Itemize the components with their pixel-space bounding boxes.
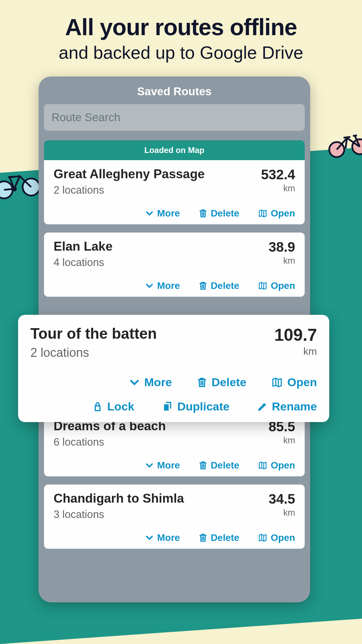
headline-sub: and backed up to Google Drive (0, 42, 362, 63)
more-button[interactable]: More (145, 532, 180, 543)
delete-button[interactable]: Delete (199, 280, 239, 291)
route-locations: 3 locations (54, 508, 184, 521)
headline-bold: All your routes offline (0, 14, 362, 40)
duplicate-icon (162, 401, 173, 412)
pencil-icon (258, 402, 267, 411)
route-locations: 2 locations (30, 346, 157, 360)
more-button[interactable]: More (145, 460, 180, 471)
open-button[interactable]: Open (258, 460, 295, 471)
open-label: Open (271, 208, 295, 219)
delete-label: Delete (211, 460, 239, 471)
search-input[interactable]: Route Search (44, 104, 305, 131)
route-name: Chandigarh to Shimla (54, 491, 184, 506)
trash-icon (197, 377, 207, 388)
map-icon (272, 377, 283, 388)
delete-label: Delete (212, 376, 246, 389)
route-name: Elan Lake (54, 239, 113, 254)
more-button[interactable]: More (129, 376, 172, 389)
trash-icon (199, 461, 207, 470)
more-label: More (157, 280, 180, 291)
map-icon (258, 461, 267, 470)
route-distance: 38.9 (269, 239, 295, 255)
trash-icon (199, 281, 207, 290)
route-unit: km (261, 183, 295, 194)
chevron-down-icon (145, 461, 154, 470)
route-card: Great Allegheny Passage 2 locations 532.… (44, 160, 305, 224)
svg-point-2 (12, 187, 16, 191)
route-locations: 6 locations (54, 436, 166, 448)
rename-label: Rename (272, 400, 317, 413)
bicycle-icon (0, 166, 42, 201)
route-card: Elan Lake 4 locations 38.9 km More Delet… (44, 233, 305, 297)
route-distance: 109.7 (274, 325, 317, 345)
more-button[interactable]: More (145, 208, 180, 219)
open-button[interactable]: Open (258, 208, 295, 219)
delete-label: Delete (211, 208, 239, 219)
route-name: Great Allegheny Passage (54, 167, 205, 181)
more-label: More (157, 208, 180, 219)
route-locations: 2 locations (54, 184, 205, 196)
more-label: More (157, 532, 180, 543)
route-unit: km (274, 346, 317, 357)
open-label: Open (287, 376, 317, 389)
delete-label: Delete (211, 280, 239, 291)
lock-icon (93, 401, 102, 412)
route-unit: km (269, 255, 295, 266)
map-icon (258, 533, 267, 542)
open-label: Open (271, 532, 295, 543)
map-icon (258, 209, 267, 218)
delete-button[interactable]: Delete (199, 208, 239, 219)
open-label: Open (271, 460, 295, 471)
open-button[interactable]: Open (258, 532, 295, 543)
route-unit: km (269, 435, 295, 446)
route-locations: 4 locations (54, 256, 113, 269)
trash-icon (199, 533, 207, 542)
delete-label: Delete (211, 532, 239, 543)
more-label: More (144, 376, 172, 389)
duplicate-button[interactable]: Duplicate (162, 400, 230, 413)
map-icon (258, 281, 267, 290)
chevron-down-icon (145, 209, 154, 218)
open-button[interactable]: Open (272, 376, 317, 389)
bicycle-icon (326, 127, 362, 159)
route-unit: km (269, 507, 295, 518)
delete-button[interactable]: Delete (199, 532, 239, 543)
route-name: Tour of the batten (30, 325, 157, 342)
trash-icon (199, 209, 207, 218)
lock-label: Lock (107, 400, 134, 413)
open-label: Open (271, 280, 295, 291)
loaded-banner: Loaded on Map (44, 140, 305, 160)
delete-button[interactable]: Delete (199, 460, 239, 471)
lock-button[interactable]: Lock (93, 400, 134, 413)
headline: All your routes offline and backed up to… (0, 0, 362, 63)
more-label: More (157, 460, 180, 471)
route-card: Chandigarh to Shimla 3 locations 34.5 km… (44, 485, 305, 549)
duplicate-label: Duplicate (177, 400, 230, 413)
route-card-expanded: Tour of the batten 2 locations 109.7 km … (18, 315, 329, 422)
phone-title: Saved Routes (44, 76, 305, 104)
chevron-down-icon (145, 282, 154, 290)
route-distance: 34.5 (269, 491, 295, 507)
more-button[interactable]: More (145, 280, 180, 291)
chevron-down-icon (129, 377, 140, 388)
rename-button[interactable]: Rename (258, 400, 317, 413)
route-distance: 532.4 (261, 167, 295, 182)
chevron-down-icon (145, 534, 154, 542)
open-button[interactable]: Open (258, 280, 295, 291)
delete-button[interactable]: Delete (197, 376, 246, 389)
